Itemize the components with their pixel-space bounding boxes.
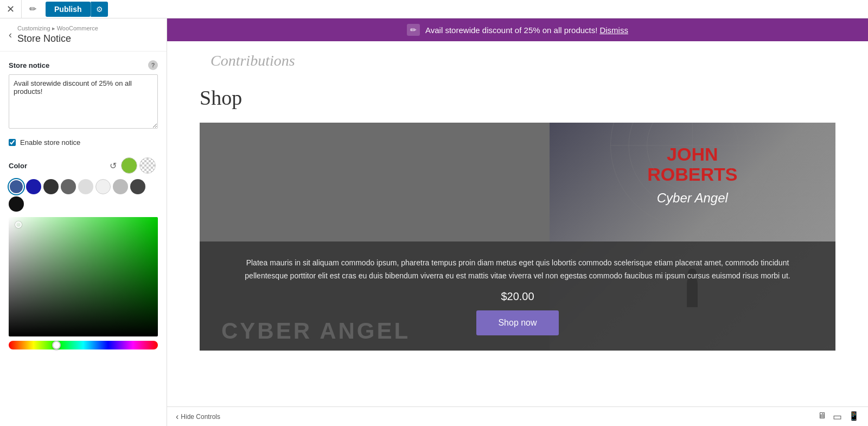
shop-preview[interactable]: Contributions Shop JOHNROBERTS Cyber Ang… bbox=[167, 41, 868, 406]
device-icons: 🖥 ▭ 📱 bbox=[818, 411, 859, 423]
banner-pencil-icon: ✏ bbox=[407, 24, 420, 36]
store-notice-banner: ✏ Avail storewide discount of 25% on all… bbox=[167, 18, 868, 41]
dismiss-link[interactable]: Dismiss bbox=[599, 26, 628, 35]
swatch-dark[interactable] bbox=[43, 179, 59, 194]
swatch-silver[interactable] bbox=[113, 179, 128, 194]
bottom-bar: ‹ Hide Controls 🖥 ▭ 📱 bbox=[167, 406, 868, 426]
shop-page-title: Shop bbox=[200, 86, 835, 110]
preview-area: ✏ Avail storewide discount of 25% on all… bbox=[167, 18, 868, 426]
help-icon[interactable]: ? bbox=[148, 60, 158, 70]
sidebar-content: Store notice ? Avail storewide discount … bbox=[0, 52, 167, 358]
hide-controls-button[interactable]: ‹ Hide Controls bbox=[176, 412, 220, 422]
sidebar-back-button[interactable]: ‹ bbox=[9, 29, 12, 41]
shop-header-scroll: Contributions bbox=[167, 41, 868, 75]
sidebar-header: ‹ Customizing ▸ WooCommerce Store Notice bbox=[0, 18, 167, 52]
swatch-navy[interactable] bbox=[26, 179, 41, 194]
hue-slider-container bbox=[9, 341, 158, 349]
shop-now-button[interactable]: Shop now bbox=[476, 310, 558, 335]
swatch-gray[interactable] bbox=[61, 179, 76, 194]
close-button[interactable]: ✕ bbox=[0, 0, 22, 18]
hide-controls-label: Hide Controls bbox=[181, 413, 220, 421]
sidebar: ‹ Customizing ▸ WooCommerce Store Notice… bbox=[0, 18, 167, 426]
mobile-icon[interactable]: 📱 bbox=[848, 411, 859, 423]
gradient-handle bbox=[15, 221, 22, 228]
banner-text: Avail storewide discount of 25% on all p… bbox=[425, 26, 597, 35]
color-reset-button[interactable]: ↺ bbox=[110, 161, 117, 171]
product-card-bg: JOHNROBERTS Cyber Angel bbox=[200, 123, 835, 351]
color-swatches bbox=[9, 179, 158, 212]
swatch-black[interactable] bbox=[9, 196, 24, 212]
publish-btn-group: Publish ⚙ bbox=[43, 2, 108, 17]
dome-svg bbox=[550, 123, 835, 259]
pencil-button[interactable]: ✏ bbox=[22, 0, 43, 18]
color-preview-circle[interactable] bbox=[121, 157, 137, 174]
enable-notice-label: Enable store notice bbox=[20, 138, 80, 147]
sidebar-breadcrumb: Customizing ▸ WooCommerce Store Notice bbox=[17, 25, 98, 44]
swatch-light[interactable] bbox=[78, 179, 93, 194]
hide-controls-arrow: ‹ bbox=[176, 412, 178, 422]
product-price: $20.00 bbox=[232, 290, 803, 303]
enable-notice-row: Enable store notice bbox=[9, 138, 158, 147]
publish-button[interactable]: Publish bbox=[46, 2, 91, 17]
top-bar: ✕ ✏ Publish ⚙ bbox=[0, 0, 868, 18]
color-label: Color bbox=[9, 162, 110, 170]
product-info-overlay: Platea mauris in sit aliquam commodo ips… bbox=[200, 241, 835, 351]
hue-slider[interactable] bbox=[9, 341, 158, 349]
scroll-text: Contributions bbox=[210, 52, 825, 69]
desktop-icon[interactable]: 🖥 bbox=[818, 411, 826, 423]
color-section: Color ↺ bbox=[9, 157, 158, 349]
color-picker-gradient[interactable] bbox=[9, 217, 158, 336]
product-card: JOHNROBERTS Cyber Angel bbox=[200, 123, 835, 351]
color-row: Color ↺ bbox=[9, 157, 158, 174]
notice-textarea[interactable]: Avail storewide discount of 25% on all p… bbox=[9, 74, 158, 129]
tablet-icon[interactable]: ▭ bbox=[833, 411, 842, 423]
store-notice-label: Store notice ? bbox=[9, 60, 158, 70]
swatch-blue[interactable] bbox=[9, 179, 24, 194]
breadcrumb-path: Customizing ▸ WooCommerce bbox=[17, 25, 98, 32]
shop-content: Shop JOHNROBERTS Cyber Angel bbox=[167, 75, 868, 372]
swatch-lighter[interactable] bbox=[95, 179, 111, 194]
main-layout: ‹ Customizing ▸ WooCommerce Store Notice… bbox=[0, 18, 868, 426]
sidebar-title: Store Notice bbox=[17, 33, 98, 44]
gear-button[interactable]: ⚙ bbox=[91, 2, 108, 17]
swatch-charcoal[interactable] bbox=[130, 179, 145, 194]
enable-notice-checkbox[interactable] bbox=[9, 139, 16, 146]
product-description: Platea mauris in sit aliquam commodo ips… bbox=[232, 257, 803, 283]
color-checker-circle[interactable] bbox=[139, 157, 156, 174]
